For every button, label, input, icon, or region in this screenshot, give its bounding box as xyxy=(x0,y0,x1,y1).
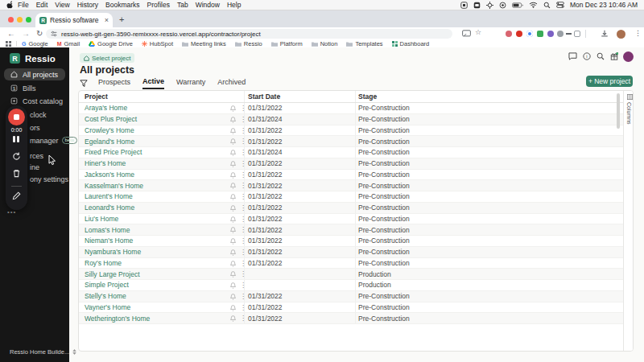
input-source-icon[interactable] xyxy=(460,2,468,9)
draw-pencil-icon[interactable] xyxy=(12,191,21,200)
table-row[interactable]: Araya's Home ⋮ 01/31/2022 Pre-Constructi… xyxy=(79,103,633,114)
download-icon[interactable] xyxy=(601,30,609,38)
new-project-button[interactable]: + New project xyxy=(586,76,633,87)
extension-icon[interactable] xyxy=(537,31,543,37)
bell-icon[interactable] xyxy=(230,105,236,113)
menubar-item-view[interactable]: View xyxy=(55,1,69,9)
table-row[interactable]: Lomas's Home ⋮ 01/31/2022 Pre-Constructi… xyxy=(79,224,633,236)
row-menu-icon[interactable]: ⋮ xyxy=(240,224,246,236)
row-menu-icon[interactable]: ⋮ xyxy=(240,136,246,147)
row-menu-icon[interactable]: ⋮ xyxy=(240,313,246,324)
tab-close-icon[interactable]: × xyxy=(105,16,109,24)
zoom-window-button[interactable] xyxy=(26,17,31,23)
menubar-item-edit[interactable]: Edit xyxy=(36,1,48,9)
apple-menu-icon[interactable] xyxy=(6,1,13,9)
project-link[interactable]: Araya's Home xyxy=(85,104,127,112)
bell-icon[interactable] xyxy=(230,138,236,146)
table-row[interactable]: Hiner's Home ⋮ 01/31/2022 Pre-Constructi… xyxy=(79,158,633,170)
menubar-clock[interactable]: Mon Dec 23 10:46 AM xyxy=(570,1,638,9)
bookmark-folder-templates[interactable]: Templates xyxy=(346,40,382,47)
row-menu-icon[interactable]: ⋮ xyxy=(240,125,246,137)
user-avatar[interactable] xyxy=(623,51,634,62)
camera-status-icon[interactable] xyxy=(499,2,506,9)
bell-icon[interactable] xyxy=(230,172,236,180)
menubar-item-bookmarks[interactable]: Bookmarks xyxy=(105,1,140,9)
bookmark-dashboard[interactable]: Dashboard xyxy=(392,40,430,47)
table-row[interactable]: Cost Plus Project ⋮ 01/31/2024 Pre-Const… xyxy=(79,114,633,125)
close-window-button[interactable] xyxy=(8,17,14,23)
table-row[interactable]: Leonard's Home ⋮ 01/31/2022 Pre-Construc… xyxy=(79,203,633,214)
columns-panel-toggle[interactable]: Columns xyxy=(623,91,634,352)
project-link[interactable]: Hiner's Home xyxy=(85,159,126,167)
bell-icon[interactable] xyxy=(230,271,236,279)
project-link[interactable]: Roy's Home xyxy=(85,259,122,267)
bell-icon[interactable] xyxy=(230,227,236,235)
project-link[interactable]: Vayner's Home xyxy=(85,303,130,311)
bookmark-folder-ressio[interactable]: Ressio xyxy=(235,40,262,47)
bell-icon[interactable] xyxy=(230,238,236,246)
browser-profile-avatar[interactable] xyxy=(617,30,625,39)
table-row[interactable]: Wetherington's Home ⋮ 01/31/2022 Pre-Con… xyxy=(79,313,633,324)
battery-icon[interactable] xyxy=(512,2,523,8)
back-icon[interactable]: ← xyxy=(7,29,15,38)
project-link[interactable]: Kasselman's Home xyxy=(85,182,143,190)
row-menu-icon[interactable]: ⋮ xyxy=(240,236,246,247)
bell-icon[interactable] xyxy=(230,315,236,323)
bell-icon[interactable] xyxy=(230,117,236,125)
chat-icon[interactable] xyxy=(568,52,577,60)
wifi-icon[interactable] xyxy=(529,2,538,8)
row-menu-icon[interactable]: ⋮ xyxy=(240,258,246,269)
help-icon[interactable]: i xyxy=(583,52,591,60)
table-row[interactable]: Stelly's Home ⋮ 01/31/2022 Pre-Construct… xyxy=(79,291,633,302)
scrollbar-thumb[interactable] xyxy=(617,93,620,129)
menubar-item-help[interactable]: Help xyxy=(227,1,241,9)
filter-icon[interactable] xyxy=(80,80,88,88)
extension-icon[interactable] xyxy=(506,31,512,37)
column-header-start-date[interactable]: Start Date xyxy=(244,91,355,102)
restart-recording-icon[interactable] xyxy=(12,152,21,161)
row-menu-icon[interactable]: ⋮ xyxy=(240,302,246,314)
bookmark-hubspot[interactable]: HubSpot xyxy=(142,40,173,47)
workspace-switcher[interactable]: Ressio Home Builde... xyxy=(0,345,69,358)
row-menu-icon[interactable]: ⋮ xyxy=(240,247,246,258)
bell-icon[interactable] xyxy=(230,249,236,257)
sidebar-item-bills[interactable]: $ Bills xyxy=(0,82,69,94)
project-link[interactable]: Stelly's Home xyxy=(85,292,126,300)
project-link[interactable]: Silly Large Project xyxy=(85,270,140,278)
bell-icon[interactable] xyxy=(230,183,236,191)
menubar-item-history[interactable]: History xyxy=(77,1,98,9)
tab-archived[interactable]: Archived xyxy=(217,78,246,88)
table-row[interactable]: Roy's Home ⋮ 01/31/2022 Pre-Construction xyxy=(79,258,633,269)
settings-icon[interactable] xyxy=(486,2,493,9)
row-menu-icon[interactable]: ⋮ xyxy=(240,158,246,170)
project-link[interactable]: Fixed Price Project xyxy=(85,148,142,156)
project-link[interactable]: Lomas's Home xyxy=(85,226,130,234)
project-link[interactable]: Laurent's Home xyxy=(85,192,133,200)
extension-icon[interactable] xyxy=(574,31,580,37)
extension-icon[interactable] xyxy=(557,31,564,37)
bell-icon[interactable] xyxy=(230,150,236,158)
bell-icon[interactable] xyxy=(230,305,236,313)
table-row[interactable]: Jackson's Home ⋮ 01/31/2022 Pre-Construc… xyxy=(79,170,633,181)
address-bar[interactable]: ressio-web-git-gen-3590-remixxxx-ressio.… xyxy=(46,29,452,39)
extension-icon[interactable] xyxy=(547,31,554,37)
browser-menu-icon[interactable]: ⋮ xyxy=(634,29,642,37)
bell-icon[interactable] xyxy=(230,261,236,269)
bell-icon[interactable] xyxy=(230,205,236,213)
cast-icon[interactable] xyxy=(462,30,471,37)
bell-icon[interactable] xyxy=(230,194,236,202)
row-menu-icon[interactable]: ⋮ xyxy=(240,170,246,181)
extension-icon[interactable] xyxy=(526,31,533,37)
select-project-chip[interactable]: Select project xyxy=(80,53,134,63)
menubar-item-window[interactable]: Window xyxy=(196,1,220,9)
menubar-item-profiles[interactable]: Profiles xyxy=(147,1,170,9)
apps-grid-icon[interactable] xyxy=(6,41,11,47)
project-link[interactable]: Egeland's Home xyxy=(85,138,134,146)
project-link[interactable]: Cost Plus Project xyxy=(85,115,137,123)
project-link[interactable]: Nyambura's Home xyxy=(85,248,141,256)
bookmark-folder-notion[interactable]: Notion xyxy=(312,40,338,47)
project-link[interactable]: Nieman's Home xyxy=(85,237,133,245)
row-menu-icon[interactable]: ⋮ xyxy=(240,180,246,191)
row-menu-icon[interactable]: ⋮ xyxy=(240,103,246,114)
bookmark-google-drive[interactable]: Google Drive xyxy=(89,40,133,47)
